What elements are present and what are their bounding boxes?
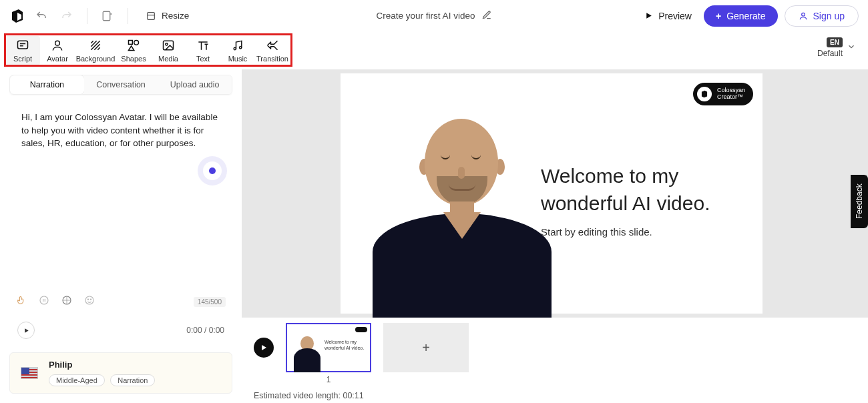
redo-icon[interactable]: [57, 7, 76, 25]
us-flag-icon: [21, 367, 38, 379]
brand-badge: ColossyanCreator™: [693, 83, 753, 105]
add-slide-button[interactable]: +: [383, 323, 469, 372]
layout-icon[interactable]: [98, 7, 117, 25]
svg-point-13: [85, 296, 93, 304]
voice-tag: Middle-Aged: [49, 374, 105, 386]
estimated-length: Estimated video length: 00:11: [254, 391, 856, 400]
record-indicator[interactable]: [203, 161, 222, 180]
separator: [128, 8, 128, 24]
project-title[interactable]: Create your first AI video: [377, 11, 475, 21]
slide-canvas[interactable]: ColossyanCreator™ Welcome to mywonderful…: [341, 73, 763, 314]
brand-line1: Colossyan: [717, 87, 745, 93]
preview-button[interactable]: Preview: [639, 7, 697, 25]
language-label: Default: [817, 49, 843, 58]
resize-button[interactable]: Resize: [139, 8, 196, 24]
feedback-tab[interactable]: Feedback: [851, 175, 868, 228]
voice-card[interactable]: Philip Middle-Aged Narration: [9, 352, 232, 394]
hand-icon[interactable]: [16, 295, 27, 308]
preview-label: Preview: [658, 11, 692, 21]
plus-icon: +: [716, 11, 721, 21]
play-script-button[interactable]: [17, 322, 35, 339]
char-count: 145/500: [194, 297, 226, 307]
svg-point-11: [40, 296, 48, 304]
language-code: EN: [827, 37, 843, 47]
generate-label: Generate: [726, 11, 765, 21]
slide-thumbnail[interactable]: Welcome to mywonderful AI video.: [286, 323, 371, 372]
script-time: 0:00 / 0:00: [186, 326, 224, 335]
voice-tag: Narration: [110, 374, 155, 386]
tab-upload-audio[interactable]: Upload audio: [158, 75, 232, 94]
svg-point-15: [90, 299, 91, 300]
edit-title-icon[interactable]: [481, 10, 491, 22]
tab-narration[interactable]: Narration: [10, 75, 84, 94]
chevron-down-icon: [847, 42, 856, 53]
slide-subtitle[interactable]: Start by editing this slide.: [541, 226, 744, 238]
tab-conversation[interactable]: Conversation: [84, 75, 158, 94]
script-textarea[interactable]: Hi, I am your Colossyan Avatar. I will b…: [9, 105, 232, 292]
brand-line2: Creator™: [717, 93, 743, 100]
pronounce-icon[interactable]: [61, 295, 72, 308]
slide-number: 1: [286, 375, 371, 384]
generate-button[interactable]: + Generate: [704, 5, 778, 27]
slide-title[interactable]: Welcome to mywonderful AI video.: [541, 163, 744, 217]
voice-name: Philip: [49, 360, 158, 370]
resize-label: Resize: [162, 11, 189, 21]
emoji-icon[interactable]: [84, 295, 95, 308]
signup-label: Sign up: [813, 11, 845, 21]
script-tabs: Narration Conversation Upload audio: [9, 75, 232, 95]
avatar-image: [365, 107, 560, 314]
signup-button[interactable]: Sign up: [785, 5, 859, 27]
language-selector[interactable]: EN Default: [817, 37, 856, 58]
svg-rect-1: [148, 12, 155, 19]
svg-rect-0: [103, 11, 110, 21]
svg-point-2: [801, 13, 805, 16]
pause-marker-icon[interactable]: [39, 295, 49, 308]
svg-point-14: [87, 299, 88, 300]
separator: [87, 8, 87, 24]
highlight-box: [4, 33, 292, 67]
timeline-play-button[interactable]: [254, 338, 274, 358]
undo-icon[interactable]: [32, 7, 51, 25]
app-logo[interactable]: [9, 8, 25, 24]
